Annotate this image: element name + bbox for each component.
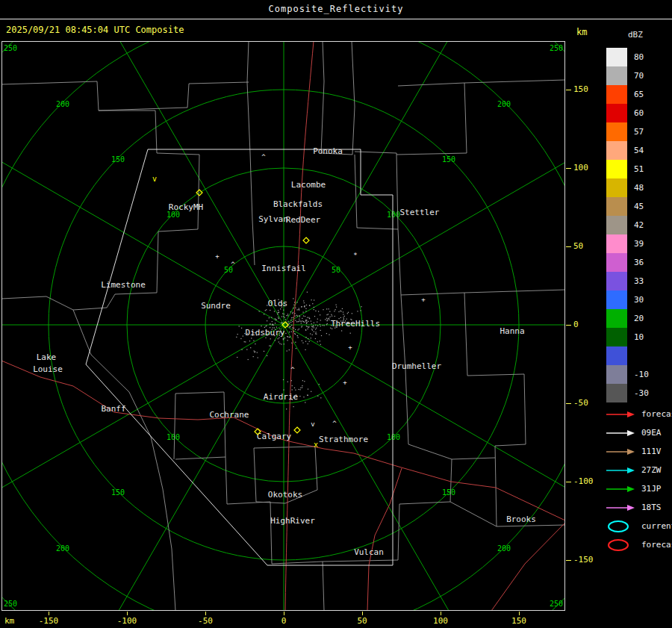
echo-dot [290, 337, 290, 338]
echo-dot [283, 338, 284, 339]
ring-distance-label: 250 [550, 44, 563, 52]
right-axis-tick [566, 325, 571, 326]
echo-dot [276, 319, 277, 320]
echo-dot [236, 337, 237, 338]
echo-dot [317, 341, 318, 342]
white-marker: + [421, 296, 426, 303]
legend-arrow-icon [605, 410, 638, 419]
echo-dot [343, 314, 343, 314]
right-axis-tick-label: 150 [573, 84, 603, 94]
legend-row: 111V [605, 442, 672, 461]
echo-dot [279, 318, 279, 319]
echo-dot [267, 320, 267, 321]
city-label: Stettler [400, 208, 440, 217]
echo-dot [293, 308, 293, 308]
colorbar-swatch [606, 197, 627, 216]
echo-dot [305, 337, 306, 338]
echo-dot [284, 317, 285, 318]
echo-dot [239, 326, 240, 326]
right-axis-tick-label: -100 [573, 476, 603, 486]
echo-dot [302, 385, 302, 386]
echo-dot [292, 385, 293, 386]
colorbar-value-label: -10 [634, 370, 649, 379]
echo-dot [298, 337, 299, 338]
legend-row: 27ZW [605, 461, 672, 479]
echo-dot [280, 308, 281, 309]
echo-dot [303, 397, 304, 397]
arrow-head [627, 467, 635, 473]
colorbar-row: 57 [606, 122, 649, 141]
echo-dot [289, 337, 290, 338]
echo-dot [329, 318, 329, 319]
legend-label: current [641, 521, 672, 531]
echo-dot [292, 321, 293, 322]
echo-dot [335, 316, 335, 317]
bottom-axis: km -150-100-50050100150 [0, 611, 606, 628]
echo-dot [299, 329, 299, 329]
echo-dot [308, 329, 308, 329]
legend-row: 18TS [605, 498, 672, 517]
radar-site-diamond [294, 427, 300, 433]
echo-dot [327, 323, 328, 324]
city-label: Innisfail [261, 264, 306, 273]
echo-dot [311, 299, 312, 300]
white-marker: * [353, 252, 357, 259]
echo-dot [323, 309, 323, 310]
echo-dot [286, 408, 287, 409]
city-label: Lacombe [291, 180, 326, 190]
county-boundary [247, 41, 255, 265]
echo-dot [287, 315, 288, 316]
colorbar-swatch [606, 365, 627, 384]
city-label: RedDeer [286, 215, 321, 225]
bottom-axis-tick [362, 612, 363, 615]
echo-dot [258, 357, 258, 358]
echo-dot [278, 338, 279, 339]
legend-arrow-icon [605, 447, 638, 456]
echo-dot [301, 321, 302, 322]
ring-distance-label: 50 [332, 266, 340, 274]
echo-dot [315, 333, 316, 334]
legend-row: forecast [605, 405, 672, 423]
right-axis-tick [566, 246, 571, 247]
echo-dot [283, 316, 284, 317]
colorbar-row: 65 [606, 85, 649, 104]
echo-dot [245, 341, 246, 342]
highway-line [289, 441, 565, 520]
ring-distance-label: 150 [442, 155, 455, 164]
echo-dot [311, 326, 312, 327]
echo-dot [316, 328, 317, 329]
echo-dot [340, 311, 341, 311]
city-label: Airdrie [264, 392, 298, 402]
colorbar-value-label: 60 [634, 108, 644, 118]
echo-dot [314, 332, 314, 332]
echo-dot [308, 343, 308, 344]
bottom-axis-tick [205, 612, 206, 615]
colorbar-row: -30 [606, 384, 649, 402]
echo-dot [326, 318, 327, 319]
echo-dot [294, 313, 295, 314]
echo-dot [257, 352, 258, 353]
echo-dot [352, 313, 352, 314]
city-label: Didsbury [246, 328, 285, 338]
county-boundary [175, 457, 324, 611]
legend-arrow-icon [605, 429, 638, 438]
colorbar-title: dBZ [628, 30, 643, 40]
echo-dot [326, 314, 327, 315]
echo-dot [304, 305, 305, 306]
right-axis: 150100500-50-100-150 [565, 41, 606, 611]
echo-dot [279, 312, 279, 313]
bottom-axis-tick-label: -100 [113, 616, 140, 626]
colorbar-swatch [606, 253, 627, 272]
county-boundary [396, 83, 467, 155]
city-label: HighRiver [270, 516, 315, 526]
echo-dot [318, 311, 319, 312]
legend-label: 27ZW [641, 465, 662, 475]
ring-distance-label: 250 [550, 600, 563, 608]
white-marker: v [311, 420, 314, 428]
colorbar-swatch [606, 122, 627, 141]
echo-dot [266, 326, 267, 326]
echo-dot [320, 330, 321, 331]
colorbar-row: 36 [606, 253, 649, 272]
white-marker: ^ [261, 153, 266, 161]
echo-dot [287, 382, 288, 382]
